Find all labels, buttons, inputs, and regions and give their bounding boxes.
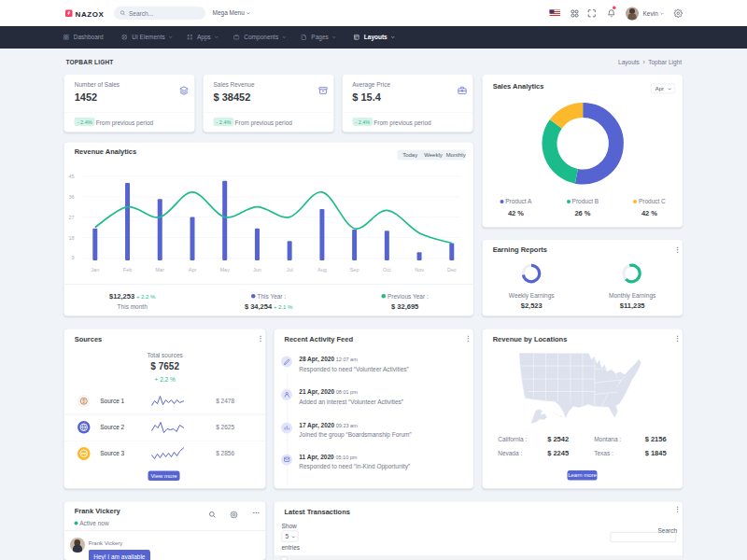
svg-text:Feb: Feb [123, 267, 132, 273]
svg-text:Jun: Jun [253, 267, 261, 273]
svg-text:Aug: Aug [317, 267, 327, 273]
svg-text:Sep: Sep [350, 267, 359, 273]
svg-text:Oct: Oct [383, 267, 391, 273]
svg-text:May: May [220, 267, 231, 273]
svg-text:9: 9 [72, 255, 75, 260]
svg-text:18: 18 [69, 235, 75, 241]
svg-text:Mar: Mar [156, 267, 165, 273]
svg-text:Nov: Nov [415, 267, 424, 273]
svg-text:36: 36 [69, 194, 75, 200]
svg-text:Jul: Jul [287, 267, 293, 273]
svg-text:45: 45 [69, 174, 75, 179]
svg-text:Jan: Jan [92, 267, 100, 273]
svg-text:Apr: Apr [189, 267, 197, 273]
svg-text:27: 27 [69, 215, 75, 220]
svg-text:Dec: Dec [447, 267, 457, 273]
